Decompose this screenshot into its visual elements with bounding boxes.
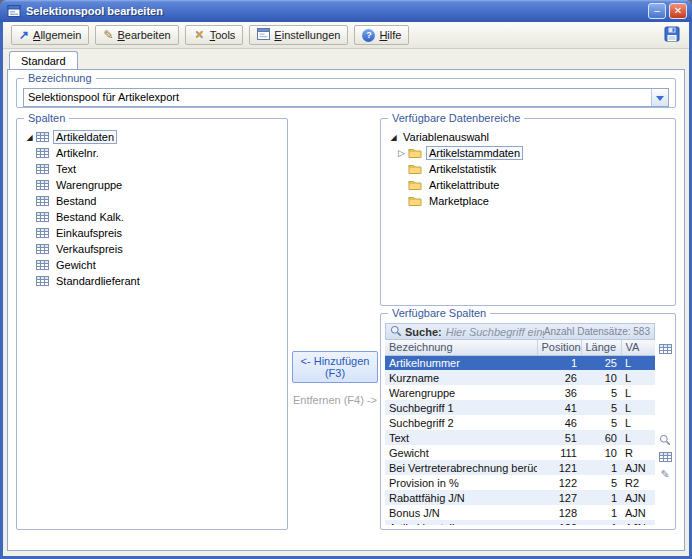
- arrow-up-right-icon: ↗: [19, 29, 29, 41]
- cell-va: AJN: [621, 505, 655, 520]
- combobox-dropdown-button[interactable]: [651, 89, 668, 106]
- cell-bezeichnung: Artikelnummer: [385, 355, 537, 370]
- toolbar-button-allgemein[interactable]: ↗ Allgemein: [11, 25, 89, 45]
- chevron-expanded-icon[interactable]: ◢: [387, 133, 400, 142]
- tree-item[interactable]: Gewicht: [23, 257, 283, 273]
- header-bezeichnung[interactable]: Bezeichnung: [385, 340, 537, 355]
- minimize-button[interactable]: –: [648, 3, 666, 19]
- tree-item[interactable]: Einkaufspreis: [23, 225, 283, 241]
- table-row[interactable]: Suchbegriff 2 46 5 L: [385, 415, 655, 430]
- close-button[interactable]: ✕: [669, 3, 687, 19]
- table-grid-icon: [36, 131, 49, 143]
- tree-root-label: Artikeldaten: [53, 130, 117, 144]
- search-bar[interactable]: Suche: Hier Suchbegriff einge Anzahl Dat…: [385, 323, 655, 340]
- cell-position: 41: [537, 400, 581, 415]
- table-row[interactable]: Kurzname 26 10 L: [385, 370, 655, 385]
- tab-standard[interactable]: Standard: [9, 51, 78, 69]
- cell-position: 122: [537, 475, 581, 490]
- table-row[interactable]: Suchbegriff 1 41 5 L: [385, 400, 655, 415]
- edit-icon[interactable]: ✎: [658, 467, 672, 481]
- columns-table-body: Artikelnummer 1 25 L Kurzname 26 10 L Wa…: [385, 355, 655, 525]
- tree-item[interactable]: ▷ Artikelstammdaten: [387, 145, 671, 161]
- cell-va: L: [621, 400, 655, 415]
- tree-item[interactable]: Bestand: [23, 193, 283, 209]
- tree-item[interactable]: Warengruppe: [23, 177, 283, 193]
- table-row[interactable]: Bei Vertreterabrechnung berücksichtig 12…: [385, 460, 655, 475]
- add-button[interactable]: <- Hinzufügen (F3): [292, 351, 378, 383]
- cell-bezeichnung: Bonus J/N: [385, 505, 537, 520]
- cell-position: 129: [537, 520, 581, 525]
- table-row[interactable]: Text 51 60 L: [385, 430, 655, 445]
- tree-root[interactable]: ◢ Artikeldaten: [23, 129, 283, 145]
- cell-va: AJN: [621, 460, 655, 475]
- cell-laenge: 1: [581, 490, 621, 505]
- tree-item[interactable]: Bestand Kalk.: [23, 209, 283, 225]
- cell-position: 46: [537, 415, 581, 430]
- cell-laenge: 10: [581, 445, 621, 460]
- tree-item[interactable]: Standardlieferant: [23, 273, 283, 289]
- record-count: Anzahl Datensätze: 583: [544, 326, 650, 337]
- group-label: Verfügbare Spalten: [388, 307, 490, 319]
- tree-item[interactable]: ▷ Artikelstatistik: [387, 161, 671, 177]
- titlebar[interactable]: Selektionspool bearbeiten – ✕: [0, 0, 692, 22]
- help-icon: ?: [362, 29, 375, 42]
- table-row[interactable]: Warengruppe 36 5 L: [385, 385, 655, 400]
- cell-bezeichnung: Provision in %: [385, 475, 537, 490]
- save-button[interactable]: [663, 25, 681, 46]
- tree-item[interactable]: ▷ Marketplace: [387, 193, 671, 209]
- chevron-expanded-icon[interactable]: ◢: [23, 133, 36, 142]
- cell-bezeichnung: Artikel bestellen: [385, 520, 537, 525]
- toolbar-button-bearbeiten[interactable]: ✎ Bearbeiten: [95, 25, 178, 45]
- table-row[interactable]: Gewicht 111 10 R: [385, 445, 655, 460]
- folder-icon: [408, 195, 422, 207]
- cell-position: 51: [537, 430, 581, 445]
- toolbar-button-tools[interactable]: Tools: [185, 25, 244, 45]
- header-position[interactable]: Position: [537, 340, 581, 355]
- table-row[interactable]: Artikel bestellen 129 1 AJN: [385, 520, 655, 525]
- search-icon: [390, 325, 402, 339]
- cell-va: AJN: [621, 490, 655, 505]
- cell-bezeichnung: Warengruppe: [385, 385, 537, 400]
- cell-bezeichnung: Rabattfähig J/N: [385, 490, 537, 505]
- header-va[interactable]: VA: [621, 340, 655, 355]
- cell-bezeichnung: Suchbegriff 2: [385, 415, 537, 430]
- chevron-right-icon[interactable]: ▷: [395, 148, 408, 158]
- grid-side-toolbar: ✎: [657, 323, 673, 525]
- tree-root-label: Variablenauswahl: [400, 130, 492, 144]
- cell-bezeichnung: Text: [385, 430, 537, 445]
- cell-laenge: 1: [581, 460, 621, 475]
- transfer-buttons: <- Hinzufügen (F3) Entfernen (F4) ->: [292, 351, 378, 408]
- cell-laenge: 1: [581, 520, 621, 525]
- table-row[interactable]: Artikelnummer 1 25 L: [385, 355, 655, 370]
- header-laenge[interactable]: Länge: [581, 340, 621, 355]
- bezeichnung-combobox[interactable]: Selektionspool für Artikelexport: [23, 88, 669, 107]
- search-input[interactable]: Hier Suchbegriff einge: [446, 326, 544, 338]
- column-chooser-icon[interactable]: [658, 342, 672, 356]
- cell-position: 121: [537, 460, 581, 475]
- tree-root[interactable]: ◢ Variablenauswahl: [387, 129, 671, 145]
- table-row[interactable]: Rabattfähig J/N 127 1 AJN: [385, 490, 655, 505]
- group-datenbereiche: Verfügbare Datenbereiche ◢ Variablenausw…: [380, 118, 676, 306]
- cell-laenge: 5: [581, 400, 621, 415]
- toolbar-button-einstellungen[interactable]: Einstellungen: [249, 25, 348, 45]
- tab-page: Bezeichnung Selektionspool für Artikelex…: [7, 69, 685, 551]
- tree-item[interactable]: Verkaufspreis: [23, 241, 283, 257]
- tree-item-label: Gewicht: [53, 258, 99, 272]
- table-row[interactable]: Bonus J/N 128 1 AJN: [385, 505, 655, 520]
- tree-item-label: Standardlieferant: [53, 274, 143, 288]
- cell-laenge: 5: [581, 385, 621, 400]
- table-header-row: Bezeichnung Position Länge VA: [385, 340, 655, 355]
- tree-item[interactable]: ▷ Artikelattribute: [387, 177, 671, 193]
- grid-layout-icon[interactable]: [658, 450, 672, 464]
- zoom-icon[interactable]: [658, 433, 672, 447]
- cell-va: L: [621, 385, 655, 400]
- tree-item[interactable]: Artikelnr.: [23, 145, 283, 161]
- tree-item-label: Marketplace: [426, 194, 492, 208]
- group-label: Spalten: [24, 112, 69, 124]
- remove-button[interactable]: Entfernen (F4) ->: [292, 392, 378, 408]
- tree-item[interactable]: Text: [23, 161, 283, 177]
- datenbereiche-children: ▷ Artikelstammdaten ▷ Artikelstatistik ▷…: [387, 145, 671, 209]
- cell-position: 1: [537, 355, 581, 370]
- toolbar-button-hilfe[interactable]: ? Hilfe: [354, 25, 409, 45]
- table-row[interactable]: Provision in % 122 5 R2: [385, 475, 655, 490]
